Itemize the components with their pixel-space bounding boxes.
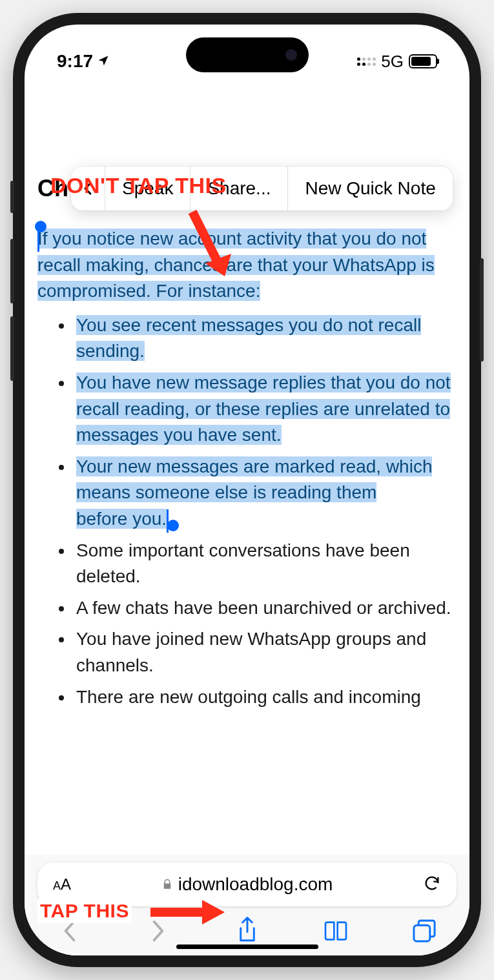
- side-button: [10, 316, 14, 381]
- selection-handle-start[interactable]: [35, 221, 46, 232]
- annotation-dont-tap: DON'T TAP THIS: [50, 173, 227, 198]
- signal-icon: [357, 57, 376, 66]
- phone-frame: 9:17 5G DON'T TAP THIS: [13, 13, 481, 967]
- clock: 9:17: [57, 51, 93, 72]
- reload-button[interactable]: [423, 874, 441, 895]
- camera-icon: [285, 49, 297, 61]
- menu-quicknote-button[interactable]: New Quick Note: [288, 167, 452, 210]
- list-item: Some important conversations have been d…: [74, 538, 457, 590]
- arrow-down-icon: [180, 205, 244, 296]
- selected-text[interactable]: before you.: [76, 509, 167, 529]
- side-button: [10, 239, 14, 303]
- tabs-button[interactable]: [411, 918, 437, 944]
- side-button: [480, 258, 484, 362]
- selected-text[interactable]: You see recent messages you do not recal…: [76, 315, 421, 362]
- side-button: [10, 181, 14, 213]
- list-item: A few chats have been unarchived or arch…: [74, 595, 457, 622]
- bookmarks-button[interactable]: [323, 918, 349, 944]
- arrow-right-icon: [147, 896, 231, 928]
- safari-bottom-bar: AA idownloadblog.com TAP THIS: [25, 855, 469, 955]
- list-item: You have new message replies that you do…: [74, 370, 457, 449]
- dynamic-island: [186, 37, 309, 72]
- content-area: DON'T TAP THIS Ch Speak Share... New Qui…: [25, 167, 469, 710]
- location-icon: [97, 51, 110, 72]
- annotation-tap-this: TAP THIS: [37, 899, 132, 923]
- article-list: You see recent messages you do not recal…: [37, 312, 457, 710]
- home-indicator[interactable]: [176, 944, 318, 949]
- screen: 9:17 5G DON'T TAP THIS: [25, 25, 469, 955]
- domain-label: idownloadblog.com: [178, 874, 333, 895]
- selected-text[interactable]: Your new messages are marked read, which…: [76, 456, 432, 503]
- status-left: 9:17: [57, 51, 110, 72]
- reader-button[interactable]: AA: [53, 875, 71, 893]
- selected-text[interactable]: You have new message replies that you do…: [76, 373, 451, 445]
- selection-handle-end[interactable]: [167, 520, 179, 531]
- network-label: 5G: [381, 52, 404, 72]
- selection-caret-start: [37, 229, 39, 252]
- url-text: idownloadblog.com: [71, 874, 423, 895]
- article-body: If you notice new account activity that …: [37, 226, 457, 710]
- list-item: There are new outgoing calls and incomin…: [74, 684, 457, 711]
- status-right: 5G: [357, 52, 437, 72]
- battery-icon: [409, 54, 437, 68]
- list-item: You have joined new WhatsApp groups and …: [74, 626, 457, 679]
- lock-icon: [161, 874, 173, 895]
- svg-rect-0: [414, 925, 430, 941]
- share-button[interactable]: [234, 918, 260, 944]
- list-item: Your new messages are marked read, which…: [74, 454, 457, 533]
- list-item: You see recent messages you do not recal…: [74, 312, 457, 365]
